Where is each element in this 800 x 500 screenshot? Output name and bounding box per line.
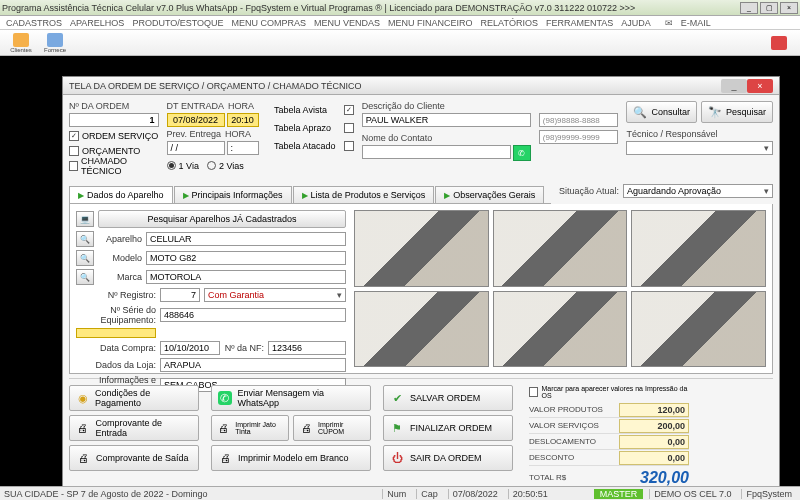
fone1-input[interactable]: (98)98888-8888 [539,113,619,127]
status-bar: SUA CIDADE - SP 7 de Agosto de 2022 - Do… [0,486,800,500]
via2-radio[interactable] [207,161,216,170]
device-photo-6[interactable] [631,291,766,368]
menu-item[interactable]: FERRAMENTAS [546,18,613,28]
toolbar-clientes[interactable]: Clientes [6,32,36,54]
valor-desconto: 0,00 [619,451,689,465]
fone2-input[interactable]: (98)99999-9999 [539,130,619,144]
app-title: Programa Assistência Técnica Celular v7.… [2,3,635,13]
menu-item[interactable]: AJUDA [621,18,651,28]
minimize-button[interactable]: _ [740,2,758,14]
flag-icon: ⚑ [390,421,404,435]
yellow-bar [76,328,156,338]
exit-icon: ⏻ [390,451,404,465]
device-photo-4[interactable] [354,291,489,368]
device-icon: 💻 [76,211,94,227]
modelo-input[interactable]: MOTO G82 [146,251,346,265]
status-user: MASTER [594,489,644,499]
whatsapp-button[interactable]: ✆Enviar Mensagem via WhatsApp [211,385,371,411]
menu-item[interactable]: RELATÓRIOS [481,18,538,28]
dialog-title: TELA DA ORDEM DE SERVIÇO / ORÇAMENTO / C… [69,81,362,91]
tab-observacoes[interactable]: ▶Observações Gerais [435,186,544,203]
status-date: 07/08/2022 [448,489,502,499]
order-no-input[interactable]: 1 [69,113,159,127]
tab-dados-aparelho[interactable]: ▶Dados do Aparelho [69,186,173,203]
situacao-select[interactable]: Aguardando Aprovação▾ [623,184,773,198]
jato-tinta-button[interactable]: 🖨Imprimir Jato Tinta [211,415,289,441]
menu-email[interactable]: E-MAIL [681,18,711,28]
lookup-button[interactable]: 🔍 [76,231,94,247]
total-geral: 320,00 [640,469,689,487]
comp-entrada-button[interactable]: 🖨Comprovante de Entrada [69,415,199,441]
close-button[interactable]: × [780,2,798,14]
toolbar-close[interactable] [764,32,794,54]
hora-input[interactable]: 20:10 [227,113,259,127]
maximize-button[interactable]: ▢ [760,2,778,14]
prev-date-input[interactable]: / / [167,141,225,155]
device-photo-3[interactable] [631,210,766,287]
device-photo-5[interactable] [493,291,628,368]
device-photo-2[interactable] [493,210,628,287]
device-tab-panel: 💻 Pesquisar Aparelhos JÁ Cadastrados 🔍Ap… [69,204,773,374]
cupom-button[interactable]: 🖨Imprimir CUPOM [293,415,371,441]
lookup-button[interactable]: 🔍 [76,250,94,266]
consultar-button[interactable]: 🔍Consultar [626,101,697,123]
menu-item[interactable]: CADASTROS [6,18,62,28]
lookup-button[interactable]: 🔍 [76,269,94,285]
loja-input[interactable]: ARAPUA [160,358,346,372]
sair-button[interactable]: ⏻SAIR DA ORDEM [383,445,513,471]
tab-lista-produtos[interactable]: ▶Lista de Produtos e Serviços [293,186,435,203]
toolbar-fornece[interactable]: Fornece [40,32,70,54]
serie-input[interactable]: 488646 [160,308,346,322]
people-icon [13,33,29,47]
registro-input[interactable]: 7 [160,288,200,302]
finalizar-button[interactable]: ⚑FINALIZAR ORDEM [383,415,513,441]
os-checkbox[interactable]: ✓ [69,131,79,141]
menu-item[interactable]: MENU FINANCEIRO [388,18,473,28]
whatsapp-icon: ✆ [218,391,232,405]
search-icon: 🔍 [633,105,647,119]
app-title-bar: Programa Assistência Técnica Celular v7.… [0,0,800,16]
valor-produtos: 120,00 [619,403,689,417]
device-photo-1[interactable] [354,210,489,287]
dialog-close-button[interactable]: × [747,79,773,93]
salvar-button[interactable]: ✔SALVAR ORDEM [383,385,513,411]
cliente-input[interactable]: PAUL WALKER [362,113,531,127]
data-compra-input[interactable]: 10/10/2010 [160,341,220,355]
dialog-minimize-button[interactable]: _ [721,79,747,93]
chamado-checkbox[interactable] [69,161,78,171]
modelo-branco-button[interactable]: 🖨Imprimir Modelo em Branco [211,445,371,471]
whatsapp-icon[interactable]: ✆ [513,145,531,161]
printer-icon: 🖨 [300,421,312,435]
tabela-atacado-checkbox[interactable] [344,141,354,151]
tabela-avista-checkbox[interactable]: ✓ [344,105,354,115]
menu-item[interactable]: MENU COMPRAS [232,18,307,28]
via1-radio[interactable] [167,161,176,170]
printer-icon: 🖨 [218,421,229,435]
nf-input[interactable]: 123456 [268,341,346,355]
contato-input[interactable] [362,145,511,159]
pesquisar-button[interactable]: 🔭Pesquisar [701,101,773,123]
valor-deslocamento: 0,00 [619,435,689,449]
arrow-icon: ▶ [78,191,84,200]
close-icon [771,36,787,50]
tecnico-select[interactable]: ▾ [626,141,773,155]
pesq-aparelhos-button[interactable]: Pesquisar Aparelhos JÁ Cadastrados [98,210,346,228]
comp-saida-button[interactable]: 🖨Comprovante de Saída [69,445,199,471]
status-location: SUA CIDADE - SP 7 de Agosto de 2022 - Do… [4,489,207,499]
garantia-select[interactable]: Com Garantia▾ [204,288,346,302]
menu-item[interactable]: APARELHOS [70,18,124,28]
prev-hora-input[interactable]: : [227,141,259,155]
orcamento-checkbox[interactable] [69,146,79,156]
main-toolbar: Clientes Fornece [0,30,800,56]
marca-input[interactable]: MOTOROLA [146,270,346,284]
marker-checkbox[interactable] [529,387,538,397]
cond-pagamento-button[interactable]: ◉Condições de Pagamento [69,385,199,411]
printer-icon: 🖨 [218,451,232,465]
tab-principais[interactable]: ▶Principais Informações [174,186,292,203]
check-icon: ✔ [390,391,404,405]
menu-item[interactable]: PRODUTO/ESTOQUE [132,18,223,28]
dt-entrada-input[interactable]: 07/08/2022 [167,113,225,127]
aparelho-input[interactable]: CELULAR [146,232,346,246]
menu-item[interactable]: MENU VENDAS [314,18,380,28]
tabela-aprazo-checkbox[interactable] [344,123,354,133]
